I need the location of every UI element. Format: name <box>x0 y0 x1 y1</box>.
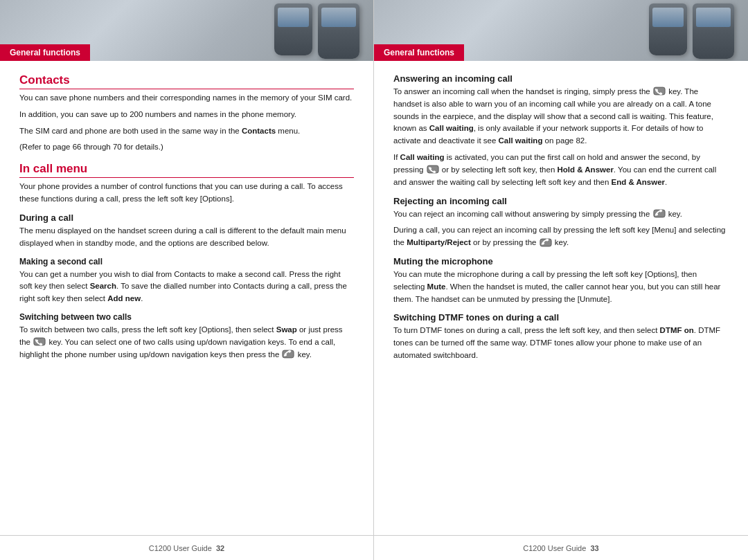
right-footer-text: C1200 User Guide 33 <box>523 544 598 552</box>
right-footer: C1200 User Guide 33 <box>374 535 748 560</box>
left-header: General functions <box>0 0 373 61</box>
end-key-icon-right <box>653 209 666 218</box>
answering-para-2: If Call waiting is activated, you can pu… <box>393 152 729 188</box>
right-header-label: General functions <box>374 44 464 61</box>
left-page-content: Contacts You can save phone numbers and … <box>0 61 373 535</box>
contacts-para-1: You can save phone numbers and their cor… <box>19 92 354 105</box>
left-header-deco <box>274 3 359 59</box>
muting-title: Muting the microphone <box>393 256 729 267</box>
end-key-icon-left <box>282 350 294 359</box>
answering-title: Answering an incoming call <box>393 73 729 84</box>
contacts-para-2: In addition, you can save up to 200 numb… <box>19 109 354 121</box>
during-a-call-para: The menu displayed on the handset screen… <box>19 225 354 250</box>
end-key-icon-right2 <box>540 238 552 247</box>
making-second-call-para: You can get a number you wish to dial fr… <box>19 269 354 305</box>
during-a-call-title: During a call <box>19 213 354 223</box>
dtmf-para: To turn DTMF tones on during a call, pre… <box>393 325 729 361</box>
left-page: General functions Contacts You can save … <box>0 0 374 560</box>
switching-calls-label: Switching between two calls <box>19 312 354 322</box>
left-footer: C1200 User Guide 32 <box>0 535 373 560</box>
rejecting-para-1: You can reject an incoming call without … <box>393 208 729 221</box>
in-call-menu-intro: Your phone provides a number of control … <box>19 181 354 206</box>
making-second-call-label: Making a second call <box>19 257 354 267</box>
left-footer-text: C1200 User Guide 32 <box>149 544 224 552</box>
call-key-icon-right2 <box>427 165 439 174</box>
right-header-deco <box>649 3 734 59</box>
rejecting-title: Rejecting an incoming call <box>393 196 729 206</box>
call-key-icon <box>33 337 46 346</box>
phone-deco-4 <box>693 3 734 59</box>
call-key-icon-right <box>653 87 666 96</box>
contacts-para-3: The SIM card and phone are both used in … <box>19 125 354 138</box>
dtmf-title: Switching DTMF tones on during a call <box>393 312 729 323</box>
muting-para: You can mute the microphone during a cal… <box>393 269 729 305</box>
contacts-title: Contacts <box>19 73 354 89</box>
phone-deco-2 <box>318 3 359 59</box>
phone-deco-3 <box>649 3 687 55</box>
right-header: General functions <box>374 0 748 61</box>
right-page-content: Answering an incoming call To answer an … <box>374 61 748 535</box>
phone-deco-1 <box>274 3 312 55</box>
left-header-label: General functions <box>0 44 90 61</box>
answering-para-1: To answer an incoming call when the hand… <box>393 86 729 147</box>
in-call-menu-title: In call menu <box>19 162 354 178</box>
page-spread: General functions Contacts You can save … <box>0 0 748 560</box>
switching-calls-para: To switch between two calls, press the l… <box>19 324 354 361</box>
rejecting-para-2: During a call, you can reject an incomin… <box>393 224 729 249</box>
right-page: General functions Answering an incoming … <box>374 0 748 560</box>
contacts-para-4: (Refer to page 66 through 70 for details… <box>19 141 354 154</box>
